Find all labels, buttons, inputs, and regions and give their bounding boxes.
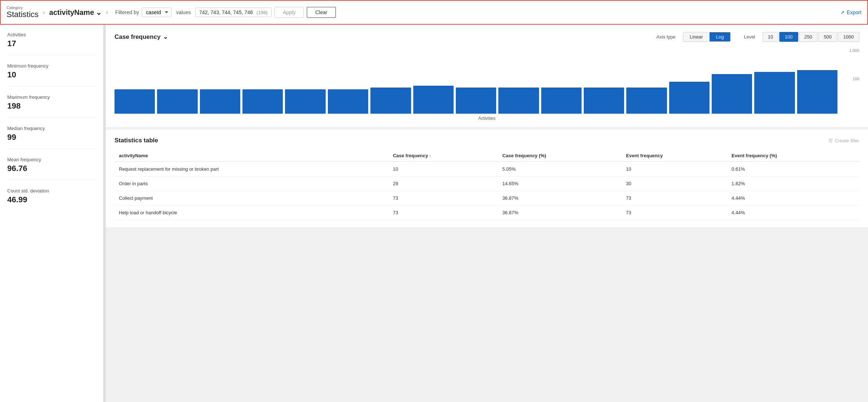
bar-12[interactable] bbox=[584, 88, 624, 114]
stat-label: Mean frequency bbox=[7, 157, 96, 162]
filter-count-badge: (198) bbox=[257, 10, 268, 15]
axis-type-log-button[interactable]: Log bbox=[710, 32, 731, 41]
header: Category Statistics › activityName ⌄ › F… bbox=[0, 0, 868, 25]
breadcrumb-category: Category Statistics bbox=[7, 5, 39, 19]
breadcrumb-chevron-2: › bbox=[106, 9, 108, 16]
table-row: Help load or handoff bicycle7336.87%734.… bbox=[114, 206, 859, 220]
table-cell: Help load or handoff bicycle bbox=[114, 206, 393, 220]
sidebar: Activities 17 Minimum frequency 10 Maxim… bbox=[0, 25, 104, 402]
table-column-header: Event frequency (%) bbox=[732, 150, 859, 162]
activity-name-button[interactable]: activityName ⌄ bbox=[49, 8, 101, 17]
filter-field-select[interactable]: caseId bbox=[142, 8, 172, 17]
chart-title-button[interactable]: Case frequency ⌄ bbox=[114, 33, 168, 41]
table-cell: Collect payment bbox=[114, 191, 393, 206]
create-filter-label: Create filter bbox=[835, 138, 859, 143]
content-area: Case frequency ⌄ Axis type LinearLog Lev… bbox=[106, 25, 868, 402]
table-header-row: Statistics table ☰ Create filter bbox=[114, 137, 859, 144]
sidebar-stats: Activities 17 Minimum frequency 10 Maxim… bbox=[7, 32, 96, 211]
table-column-header: activityName bbox=[114, 150, 393, 162]
level-1000-button[interactable]: 1000 bbox=[838, 32, 859, 42]
table-header-columns: activityNameCase frequency ↑Case frequen… bbox=[114, 150, 859, 162]
level-500-button[interactable]: 500 bbox=[818, 32, 837, 42]
bar-9[interactable] bbox=[456, 88, 496, 114]
level-label: Level bbox=[744, 34, 755, 40]
axis-type-linear-button[interactable]: Linear bbox=[683, 32, 710, 41]
table-column-header: Event frequency bbox=[626, 150, 731, 162]
sidebar-resizer[interactable] bbox=[104, 25, 106, 402]
stat-value: 10 bbox=[7, 70, 96, 80]
table-row: Request replacement for missing or broke… bbox=[114, 162, 859, 176]
bar-16[interactable] bbox=[754, 72, 795, 114]
level-250-button[interactable]: 250 bbox=[799, 32, 818, 42]
table-cell: 73 bbox=[393, 206, 502, 220]
bar-13[interactable] bbox=[626, 88, 667, 114]
export-label: Export bbox=[847, 9, 861, 15]
table-cell: Request replacement for missing or broke… bbox=[114, 162, 393, 176]
page-title: Statistics bbox=[7, 10, 39, 19]
export-arrow-icon: ↗ bbox=[840, 9, 845, 15]
table-cell: 10 bbox=[626, 162, 731, 176]
bar-1[interactable] bbox=[114, 89, 155, 114]
clear-button[interactable]: Clear bbox=[307, 7, 335, 18]
axis-type-button-group: LinearLog bbox=[683, 32, 731, 42]
export-button[interactable]: ↗ Export bbox=[840, 9, 861, 15]
table-cell: Order in parts bbox=[114, 176, 393, 191]
table-section: Statistics table ☰ Create filter activit… bbox=[106, 130, 868, 227]
bar-chart: 1,000 100 bbox=[114, 48, 859, 114]
bar-7[interactable] bbox=[370, 88, 411, 114]
chart-section: Case frequency ⌄ Axis type LinearLog Lev… bbox=[106, 25, 868, 130]
table-body: Request replacement for missing or broke… bbox=[114, 162, 859, 220]
stat-label: Maximum frequency bbox=[7, 94, 96, 100]
y-label-top: 1,000 bbox=[849, 48, 859, 53]
bar-17[interactable] bbox=[797, 70, 837, 114]
table-cell: 73 bbox=[626, 191, 731, 206]
bar-14[interactable] bbox=[669, 82, 710, 114]
main-layout: Activities 17 Minimum frequency 10 Maxim… bbox=[0, 25, 868, 402]
stat-value: 46.99 bbox=[7, 195, 96, 204]
bar-8[interactable] bbox=[413, 86, 454, 114]
chart-title-label: Case frequency bbox=[114, 33, 161, 41]
level-10-button[interactable]: 10 bbox=[763, 32, 779, 42]
level-100-button[interactable]: 100 bbox=[779, 32, 798, 42]
y-axis: 1,000 100 bbox=[839, 48, 859, 105]
table-cell: 10 bbox=[393, 162, 502, 176]
bar-6[interactable] bbox=[328, 89, 368, 114]
bar-10[interactable] bbox=[498, 88, 539, 114]
category-label: Category bbox=[7, 5, 39, 10]
chart-chevron-down-icon: ⌄ bbox=[163, 33, 168, 41]
stat-item: Median frequency 99 bbox=[7, 126, 96, 149]
bar-3[interactable] bbox=[200, 89, 240, 114]
stat-label: Count std. deviation bbox=[7, 188, 96, 194]
stat-label: Activities bbox=[7, 32, 96, 37]
apply-button[interactable]: Apply bbox=[274, 7, 304, 18]
table-cell: 5.05% bbox=[502, 162, 626, 176]
table-cell: 29 bbox=[393, 176, 502, 191]
stat-item: Activities 17 bbox=[7, 32, 96, 55]
table-cell: 14.65% bbox=[502, 176, 626, 191]
bar-5[interactable] bbox=[285, 89, 325, 114]
level-button-group: 101002505001000 bbox=[763, 32, 860, 42]
filtered-by-label: Filtered by bbox=[115, 9, 139, 15]
breadcrumb-chevron-1: › bbox=[43, 9, 45, 16]
table-column-header[interactable]: Case frequency ↑ bbox=[393, 150, 502, 162]
axis-type-label: Axis type bbox=[656, 34, 676, 40]
table-title: Statistics table bbox=[114, 137, 158, 144]
bar-11[interactable] bbox=[541, 88, 582, 114]
stat-value: 17 bbox=[7, 39, 96, 48]
sort-icon: ↑ bbox=[428, 154, 431, 158]
table-column-header: Case frequency (%) bbox=[502, 150, 626, 162]
table-cell: 36.87% bbox=[502, 206, 626, 220]
stat-item: Mean frequency 96.76 bbox=[7, 157, 96, 180]
bar-4[interactable] bbox=[242, 89, 283, 114]
table-row: Collect payment7336.87%734.44% bbox=[114, 191, 859, 206]
create-filter-button[interactable]: ☰ Create filter bbox=[828, 138, 859, 143]
bar-2[interactable] bbox=[157, 89, 197, 114]
stat-item: Maximum frequency 198 bbox=[7, 94, 96, 118]
filter-icon: ☰ bbox=[828, 138, 833, 143]
table-cell: 4.44% bbox=[732, 191, 859, 206]
stat-value: 99 bbox=[7, 133, 96, 142]
bar-15[interactable] bbox=[712, 74, 752, 114]
stat-value: 96.76 bbox=[7, 164, 96, 173]
x-axis-label: Activities bbox=[114, 116, 859, 121]
y-label-bottom: 100 bbox=[853, 77, 859, 81]
